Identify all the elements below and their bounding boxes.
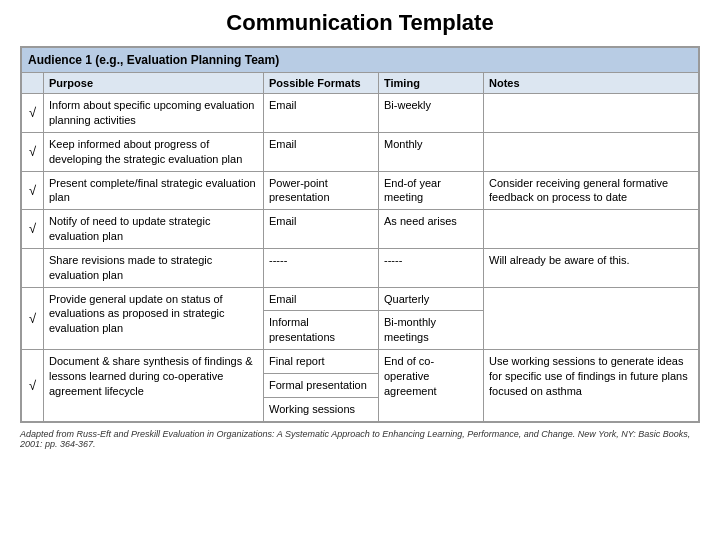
format-cell: ----- — [264, 248, 379, 287]
format-cell: Email — [264, 287, 379, 311]
communication-table: Audience 1 (e.g., Evaluation Planning Te… — [21, 47, 699, 422]
timing-cell: Monthly — [379, 132, 484, 171]
format-cell: Final report — [264, 350, 379, 374]
notes-cell — [484, 94, 699, 133]
notes-cell: Consider receiving general formative fee… — [484, 171, 699, 210]
timing-cell: Bi-monthly meetings — [379, 311, 484, 350]
check-cell: √ — [22, 171, 44, 210]
table-row: √Keep informed about progress of develop… — [22, 132, 699, 171]
notes-cell: Will already be aware of this. — [484, 248, 699, 287]
format-cell: Working sessions — [264, 397, 379, 421]
column-header-2: Possible Formats — [264, 73, 379, 94]
table-row: Share revisions made to strategic evalua… — [22, 248, 699, 287]
notes-cell: Use working sessions to generate ideas f… — [484, 350, 699, 422]
timing-cell: End of co-operative agreement — [379, 350, 484, 422]
notes-cell — [484, 132, 699, 171]
format-cell: Power-point presentation — [264, 171, 379, 210]
purpose-cell: Document & share synthesis of findings &… — [44, 350, 264, 422]
table-body: √Inform about specific upcoming evaluati… — [22, 94, 699, 422]
timing-cell: Bi-weekly — [379, 94, 484, 133]
purpose-cell: Share revisions made to strategic evalua… — [44, 248, 264, 287]
table-row: √Inform about specific upcoming evaluati… — [22, 94, 699, 133]
timing-cell: As need arises — [379, 210, 484, 249]
footnote: Adapted from Russ-Eft and Preskill Evalu… — [20, 429, 700, 449]
format-cell: Email — [264, 94, 379, 133]
format-cell: Email — [264, 210, 379, 249]
purpose-cell: Present complete/final strategic evaluat… — [44, 171, 264, 210]
format-cell: Formal presentation — [264, 374, 379, 398]
format-cell: Informal presentations — [264, 311, 379, 350]
table-row: √Present complete/final strategic evalua… — [22, 171, 699, 210]
purpose-cell: Notify of need to update strategic evalu… — [44, 210, 264, 249]
audience-header: Audience 1 (e.g., Evaluation Planning Te… — [22, 48, 699, 73]
column-header-0 — [22, 73, 44, 94]
timing-cell: End-of year meeting — [379, 171, 484, 210]
table-row: √Provide general update on status of eva… — [22, 287, 699, 311]
main-table-container: Audience 1 (e.g., Evaluation Planning Te… — [20, 46, 700, 423]
column-header-1: Purpose — [44, 73, 264, 94]
column-headers-row: PurposePossible FormatsTimingNotes — [22, 73, 699, 94]
column-header-3: Timing — [379, 73, 484, 94]
notes-cell — [484, 210, 699, 249]
notes-cell — [484, 287, 699, 350]
check-cell: √ — [22, 287, 44, 350]
table-row: √Document & share synthesis of findings … — [22, 350, 699, 374]
check-cell: √ — [22, 210, 44, 249]
check-cell: √ — [22, 94, 44, 133]
timing-cell: ----- — [379, 248, 484, 287]
column-header-4: Notes — [484, 73, 699, 94]
check-cell — [22, 248, 44, 287]
purpose-cell: Provide general update on status of eval… — [44, 287, 264, 350]
page-title: Communication Template — [20, 10, 700, 36]
check-cell: √ — [22, 350, 44, 422]
format-cell: Email — [264, 132, 379, 171]
purpose-cell: Keep informed about progress of developi… — [44, 132, 264, 171]
timing-cell: Quarterly — [379, 287, 484, 311]
table-row: √Notify of need to update strategic eval… — [22, 210, 699, 249]
purpose-cell: Inform about specific upcoming evaluatio… — [44, 94, 264, 133]
check-cell: √ — [22, 132, 44, 171]
